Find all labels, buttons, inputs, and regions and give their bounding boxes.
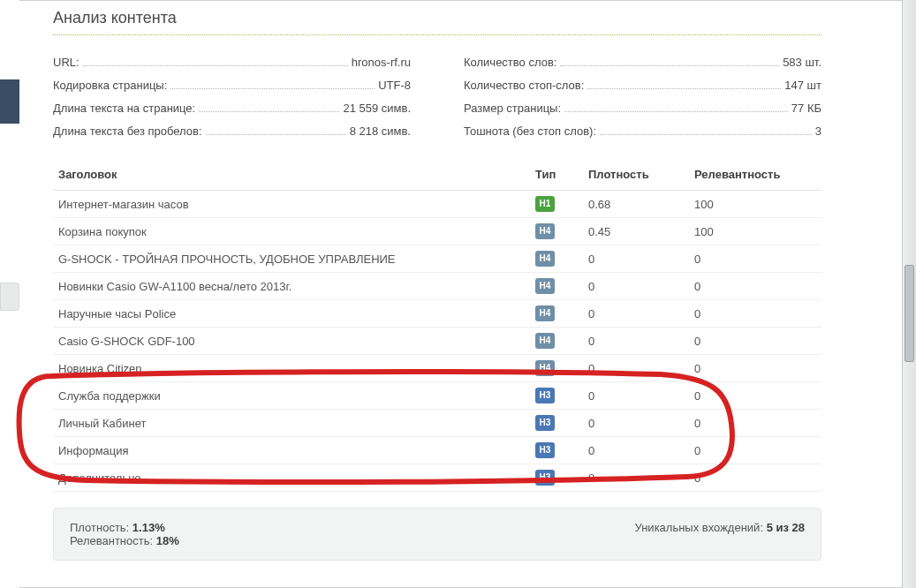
heading-badge: H4: [535, 360, 555, 376]
cell-relevance: 0: [689, 245, 821, 273]
summary-relevance-label: Релевантность:: [70, 534, 153, 547]
cell-density: 0: [583, 437, 689, 464]
sidebar-tab-active[interactable]: [0, 79, 19, 124]
cell-relevance: 0: [689, 355, 821, 382]
summary-unique-label: Уникальных вхождений:: [635, 521, 763, 534]
col-relevance: Релевантность: [689, 161, 821, 191]
stat-row: URL:hronos-rf.ru: [53, 51, 411, 74]
cell-type: H3: [530, 382, 583, 410]
headings-table: Заголовок Тип Плотность Релевантность Ин…: [53, 161, 821, 492]
cell-title: G-SHOCK - ТРОЙНАЯ ПРОЧНОСТЬ, УДОБНОЕ УПР…: [53, 245, 530, 273]
stat-filler: [199, 111, 339, 112]
summary-unique-value: 5 из 28: [767, 521, 805, 534]
stat-value: hronos-rf.ru: [352, 51, 411, 74]
cell-type: H3: [530, 437, 583, 464]
cell-relevance: 0: [689, 382, 821, 410]
col-title: Заголовок: [53, 161, 530, 191]
scrollbar-thumb[interactable]: [905, 265, 914, 362]
cell-density: 0: [583, 355, 689, 382]
sidebar-tab-handle[interactable]: [0, 283, 19, 311]
summary-relevance-value: 18%: [156, 534, 179, 547]
heading-badge: H4: [535, 251, 555, 267]
stat-value: 21 559 симв.: [343, 97, 411, 120]
stat-label: Длина текста без пробелов:: [53, 120, 202, 143]
cell-density: 0: [583, 300, 689, 328]
cell-relevance: 0: [689, 410, 821, 437]
stat-label: Тошнота (без стоп слов):: [464, 120, 596, 143]
cell-title: Корзина покупок: [53, 218, 530, 245]
table-row: Новинки Casio GW-A1100 весна/лето 2013г.…: [53, 273, 821, 300]
heading-badge: H4: [535, 305, 555, 321]
cell-type: H4: [530, 355, 583, 382]
table-row: Casio G-SHOCK GDF-100H400: [53, 328, 821, 355]
cell-density: 0: [583, 273, 689, 300]
page-title: Анализ контента: [53, 9, 881, 34]
heading-badge: H3: [535, 442, 555, 458]
left-panel-strip: [0, 0, 19, 588]
col-type: Тип: [530, 161, 583, 191]
summary-density-value: 1.13%: [132, 521, 165, 534]
stat-label: Размер страницы:: [464, 97, 561, 120]
cell-relevance: 0: [689, 464, 821, 492]
stat-value: 77 КБ: [791, 97, 821, 120]
cell-density: 0.68: [583, 191, 689, 218]
stat-filler: [564, 111, 788, 112]
cell-type: H4: [530, 218, 583, 245]
cell-density: 0: [583, 410, 689, 437]
heading-badge: H3: [535, 470, 555, 486]
stat-row: Тошнота (без стоп слов):3: [464, 120, 821, 143]
stat-filler: [170, 88, 375, 89]
stat-label: Количество слов:: [464, 51, 556, 74]
table-row: Корзина покупокH40.45100: [53, 218, 821, 245]
stat-label: Количество стоп-слов:: [464, 74, 584, 97]
cell-type: H4: [530, 300, 583, 328]
cell-type: H1: [530, 191, 583, 218]
stat-row: Длина текста на странице:21 559 симв.: [53, 97, 411, 120]
table-row: Служба поддержкиH300: [53, 382, 821, 410]
vertical-scrollbar[interactable]: [902, 0, 916, 588]
cell-relevance: 0: [689, 328, 821, 355]
stat-value: 3: [815, 120, 821, 143]
stats-col-left: URL:hronos-rf.ruКодировка страницы:UTF-8…: [53, 51, 411, 143]
heading-badge: H4: [535, 223, 555, 239]
cell-title: Служба поддержки: [53, 382, 530, 410]
cell-title: Дополнительно: [53, 464, 530, 492]
stat-row: Длина текста без пробелов:8 218 симв.: [53, 120, 411, 143]
cell-relevance: 0: [689, 273, 821, 300]
cell-type: H4: [530, 273, 583, 300]
table-row: ИнформацияH300: [53, 437, 821, 464]
cell-relevance: 0: [689, 300, 821, 328]
stat-value: 583 шт.: [783, 51, 821, 74]
summary-density-label: Плотность:: [70, 521, 129, 534]
stat-row: Кодировка страницы:UTF-8: [53, 74, 411, 97]
cell-title: Casio G-SHOCK GDF-100: [53, 328, 530, 355]
table-row: Интернет-магазин часовH10.68100: [53, 191, 821, 218]
col-density: Плотность: [583, 161, 689, 191]
table-row: ДополнительноH300: [53, 464, 821, 492]
heading-badge: H3: [535, 415, 555, 431]
table-row: Наручные часы PoliceH400: [53, 300, 821, 328]
cell-density: 0: [583, 245, 689, 273]
stat-filler: [560, 65, 779, 66]
summary-box: Плотность: 1.13% Релевантность: 18% Уник…: [53, 508, 821, 561]
heading-badge: H1: [535, 196, 555, 212]
cell-relevance: 100: [689, 191, 821, 218]
stat-label: URL:: [53, 51, 79, 74]
cell-type: H4: [530, 328, 583, 355]
cell-relevance: 0: [689, 437, 821, 464]
heading-badge: H3: [535, 388, 555, 403]
stat-filler: [600, 134, 812, 135]
cell-relevance: 100: [689, 218, 821, 245]
table-row: Новинка CitizenH400: [53, 355, 821, 382]
cell-density: 0: [583, 382, 689, 410]
content-area: Анализ контента URL:hronos-rf.ruКодировк…: [53, 9, 881, 561]
stat-value: 8 218 симв.: [350, 120, 411, 143]
heading-badge: H4: [535, 333, 555, 349]
stats-block: URL:hronos-rf.ruКодировка страницы:UTF-8…: [53, 51, 821, 143]
cell-title: Информация: [53, 437, 530, 464]
cell-density: 0.45: [583, 218, 689, 245]
stat-value: UTF-8: [378, 74, 411, 97]
cell-title: Наручные часы Police: [53, 300, 530, 328]
cell-title: Интернет-магазин часов: [53, 191, 530, 218]
cell-type: H3: [530, 410, 583, 437]
